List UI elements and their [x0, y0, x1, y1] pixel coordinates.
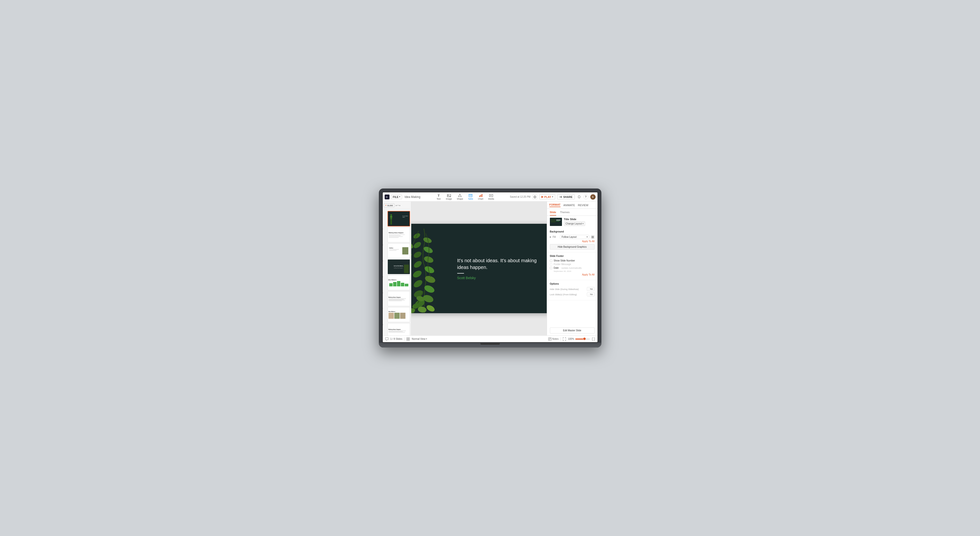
- tab-slide[interactable]: Slide: [550, 211, 556, 216]
- svg-rect-40: [556, 221, 560, 221]
- edit-master-slide-button[interactable]: Edit Master Slide: [550, 327, 595, 333]
- slide-item-3[interactable]: 3 Gallery: [384, 243, 410, 258]
- apply-to-all-link[interactable]: Apply To All: [550, 240, 595, 243]
- slide-author: Scott Belsky: [457, 276, 539, 280]
- fill-dropdown[interactable]: Follow Layout ▾: [560, 235, 589, 239]
- svg-rect-0: [447, 194, 451, 197]
- layout-preview-section: Title Slide Change Layout ▾: [547, 216, 598, 228]
- footer-message-checkbox[interactable]: [550, 263, 552, 266]
- lock-slide-no-label: No: [590, 293, 593, 295]
- lock-slide-label: Lock Slide(s) (From Editing): [550, 293, 577, 296]
- text-label: Text: [437, 198, 441, 200]
- show-slide-num-checkbox[interactable]: [550, 260, 552, 262]
- background-section: Background ▶ Fill Follow Layout ▾: [547, 228, 598, 252]
- slide-canvas[interactable]: It's not about ideas. It's about making …: [411, 224, 547, 313]
- svg-rect-41: [592, 236, 594, 238]
- file-label: FILE: [393, 195, 399, 198]
- lock-toggle-pipe-icon: |: [589, 293, 589, 295]
- expand-icon-btn[interactable]: [563, 337, 566, 341]
- view-chevron-icon: ▾: [426, 338, 427, 340]
- slide-count: 1 / 8 Slides: [390, 338, 402, 340]
- redo-icon-btn[interactable]: ↪: [398, 204, 400, 207]
- topbar-right: Saved at 12:25 PM ▶ PLAY ▾: [510, 194, 596, 200]
- show-slide-num-row: Show Slide Number: [550, 259, 595, 262]
- share-button[interactable]: SHARE: [557, 195, 575, 199]
- tab-format[interactable]: FORMAT: [549, 203, 560, 207]
- slide-thumb-6[interactable]: Making Ideas Happen: [388, 291, 410, 306]
- toolbar-table-item[interactable]: Table: [468, 193, 473, 200]
- change-layout-label: Change Layout: [566, 222, 582, 225]
- toolbar-chart-item[interactable]: Chart: [478, 193, 484, 200]
- slide-thumb-1[interactable]: It's not aboutideas...: [388, 211, 410, 227]
- zoom-label: 100%: [568, 338, 574, 340]
- add-slide-button[interactable]: + SLIDE: [384, 203, 395, 207]
- svg-rect-45: [408, 339, 410, 341]
- slide-thumb-8[interactable]: Making Ideas Happen: [388, 323, 410, 335]
- comments-icon-btn[interactable]: [385, 337, 388, 341]
- toolbar-text-item[interactable]: T Text: [436, 193, 441, 200]
- slide-item-7[interactable]: 7 Idea Makers: [384, 307, 410, 322]
- help-icon-btn[interactable]: ?: [584, 195, 588, 199]
- slide-thumb-2[interactable]: Making Ideas Happen: [388, 227, 410, 243]
- slide-thumb-4[interactable]: Let us be about... making ideas happen: [388, 259, 410, 274]
- table-label: Table: [468, 198, 473, 200]
- layout-thumb-svg: [550, 218, 562, 226]
- undo-redo-group: ↩ ↪: [396, 204, 400, 207]
- layout-name: Title Slide: [564, 218, 595, 220]
- fill-row: ▶ Fill Follow Layout ▾: [550, 235, 595, 239]
- date-row: Date Update Automatically: [550, 266, 595, 269]
- user-avatar[interactable]: S: [590, 194, 596, 200]
- notes-icon: [548, 337, 552, 341]
- file-menu-button[interactable]: FILE ▾: [391, 195, 402, 199]
- slide-item-6[interactable]: 6 Making Ideas Happen: [384, 291, 410, 306]
- date-checkbox[interactable]: [550, 267, 552, 269]
- date-placeholder: Update Automatically: [561, 267, 582, 269]
- zoom-slider[interactable]: [575, 339, 590, 339]
- slide-footer-section: Slide Footer Show Slide Number Footer Me…: [547, 252, 598, 280]
- slide-item-1[interactable]: 1 It's not aboutideas...: [384, 211, 410, 227]
- fullscreen-icon-btn[interactable]: [592, 337, 595, 341]
- change-layout-button[interactable]: Change Layout ▾: [564, 221, 585, 226]
- slide-item-4[interactable]: 4 Let us be about... making ideas happen: [384, 259, 410, 274]
- slide-thumb-5[interactable]: Idea Makers: [388, 275, 410, 290]
- text-icon: T: [436, 193, 441, 197]
- play-button[interactable]: ▶ PLAY ▾: [539, 194, 555, 199]
- tab-review[interactable]: REVIEW: [578, 204, 588, 207]
- slide-preview-2: Making Ideas Happen: [388, 228, 410, 242]
- top-toolbar: ▷ FILE ▾ Idea Making T Text: [383, 192, 598, 201]
- grid-icon-btn[interactable]: [406, 337, 410, 341]
- slide-item-5[interactable]: 5 Idea Makers: [384, 275, 410, 290]
- normal-view-btn[interactable]: Normal View ▾: [412, 338, 427, 340]
- undo-icon-btn[interactable]: ↩: [396, 204, 398, 207]
- slide-item-2[interactable]: 2 Making Ideas Happen: [384, 227, 410, 243]
- slide-preview-7: Idea Makers: [388, 308, 410, 322]
- options-title: Options: [550, 282, 595, 285]
- slide-num-8: 8: [383, 324, 383, 326]
- fill-color-picker[interactable]: [591, 235, 595, 239]
- share-label: SHARE: [563, 195, 573, 198]
- zoom-handle[interactable]: [583, 338, 585, 340]
- hide-bg-graphics-button[interactable]: Hide Background Graphics: [550, 244, 595, 250]
- toolbar-image-item[interactable]: Image: [446, 193, 452, 200]
- notification-icon-btn[interactable]: [577, 195, 582, 199]
- lock-slide-toggle[interactable]: | No: [587, 292, 595, 296]
- svg-point-13: [560, 197, 560, 197]
- slide-num-6: 6: [383, 292, 383, 294]
- slide-thumb-7[interactable]: Idea Makers: [388, 307, 410, 322]
- notes-btn[interactable]: Notes: [548, 337, 558, 341]
- apply-to-all-2-link[interactable]: Apply To All: [550, 273, 595, 276]
- slide-preview-3: Gallery: [388, 244, 410, 258]
- toolbar-shape-item[interactable]: Shape: [457, 193, 463, 200]
- svg-point-1: [448, 195, 448, 195]
- theme-icon-btn[interactable]: [533, 195, 537, 199]
- slide-thumb-3[interactable]: Gallery: [388, 243, 410, 258]
- zoom-track: [575, 339, 583, 339]
- tab-animate[interactable]: ANIMATE: [563, 204, 575, 207]
- slide-preview-8: Making Ideas Happen: [388, 324, 410, 335]
- show-slide-num-label: Show Slide Number: [554, 259, 575, 262]
- toolbar-media-item[interactable]: Media: [488, 193, 494, 200]
- slide-preview-5: Idea Makers: [388, 276, 410, 290]
- slide-item-8[interactable]: 8 Making Ideas Happen: [384, 323, 410, 335]
- hide-slide-toggle[interactable]: | No: [587, 287, 595, 291]
- tab-themes[interactable]: Themes: [560, 211, 570, 216]
